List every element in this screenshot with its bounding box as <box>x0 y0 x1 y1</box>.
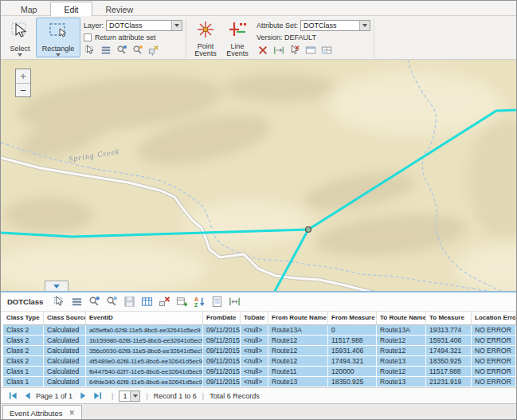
pan-to-selection-icon[interactable] <box>131 44 144 57</box>
pager-separator: | <box>146 392 147 400</box>
table-cell: Route13A <box>377 325 426 335</box>
event-attributes-panel: DOTClass AZ Class TypeClass SourceEventI… <box>1 292 517 420</box>
chevron-down-icon[interactable] <box>359 21 370 30</box>
table-row[interactable]: Class 2Calculated1b159980-62f8-11e5-8bc6… <box>3 336 517 346</box>
delete-event-icon[interactable] <box>257 44 269 57</box>
attribute-window-icon[interactable] <box>304 44 317 57</box>
return-attribute-set-checkbox[interactable] <box>84 33 92 41</box>
table-cell: Route13 <box>377 377 426 387</box>
table-cell: Calculated <box>44 356 86 366</box>
point-events-button[interactable]: Point Events <box>190 18 221 58</box>
append-record-icon[interactable] <box>174 294 190 310</box>
previous-page-button[interactable] <box>22 391 33 401</box>
close-icon[interactable]: ✕ <box>69 410 76 417</box>
table-title: DOTClass <box>7 297 43 306</box>
select-event-icon[interactable] <box>288 44 301 57</box>
table-cell: <null> <box>241 367 268 376</box>
zoom-to-selection-icon[interactable] <box>116 44 128 57</box>
table-cell: 0 <box>328 325 377 335</box>
rectangle-button[interactable]: Rectangle <box>36 18 80 57</box>
table-row[interactable]: Class 1Calculated64fde340-62f8-11e5-8bc6… <box>3 377 517 387</box>
column-header[interactable]: Class Type <box>3 312 44 324</box>
ribbon: MapEditReview Select Rectangle <box>1 1 516 60</box>
table-cell: 19313.774 <box>426 325 472 335</box>
zoom-out-button[interactable]: − <box>16 83 30 96</box>
table-cell: <null> <box>241 377 268 387</box>
record-measures-icon[interactable] <box>226 294 242 310</box>
column-header[interactable]: To Route Name <box>377 312 426 324</box>
tab-event-attributes[interactable]: Event Attributes ✕ <box>2 405 82 420</box>
form-view-icon[interactable] <box>209 294 225 310</box>
table-cell: 17494.321 <box>426 346 472 355</box>
table-cell: Class 2 <box>3 336 44 345</box>
switch-table-icon[interactable] <box>139 294 155 310</box>
table-cell: Route12 <box>268 336 328 345</box>
table-cell: 15931.406 <box>426 336 472 345</box>
page-number-dropdown[interactable]: 1 <box>119 391 140 402</box>
zoom-to-selected-icon[interactable] <box>86 294 102 310</box>
select-tool-icon[interactable] <box>51 294 67 310</box>
map-canvas[interactable]: Spring Creek + − <box>1 60 517 291</box>
column-header[interactable]: EventID <box>86 312 203 324</box>
table-row[interactable]: Class 2Calculated356c0030-62f8-11e5-8bc6… <box>3 346 517 356</box>
pan-to-selected-icon[interactable] <box>104 294 119 310</box>
menu-icon[interactable] <box>69 294 84 310</box>
clear-table-selection-icon[interactable] <box>156 294 172 310</box>
tab-event-attributes-label: Event Attributes <box>10 409 63 418</box>
line-events-button[interactable]: Line Events <box>221 18 253 58</box>
table-cell: NO ERROR <box>472 367 516 376</box>
attribute-set-combobox[interactable]: DOTClass <box>300 20 370 31</box>
zoom-in-button[interactable]: + <box>16 69 30 83</box>
layer-label: Layer: <box>84 22 104 29</box>
column-header[interactable]: From Measure <box>328 312 377 324</box>
layer-combobox[interactable]: DOTClass <box>106 20 182 31</box>
table-cell: 15931.406 <box>328 346 377 355</box>
sort-icon[interactable]: AZ <box>191 294 207 310</box>
table-cell: 09/11/2015 <box>203 377 241 387</box>
panel-collapse-button[interactable] <box>45 281 69 291</box>
table-cell: Route13 <box>268 377 328 387</box>
table-cell: NO ERROR <box>472 325 516 335</box>
table-cell: 11517.988 <box>426 367 472 376</box>
column-header[interactable]: To Measure <box>426 312 472 324</box>
column-header[interactable]: Location Error <box>472 312 516 324</box>
attribute-set-value: DOTClass <box>301 22 359 29</box>
select-features-icon[interactable] <box>84 44 96 57</box>
ribbon-tab-review[interactable]: Review <box>92 2 147 16</box>
ribbon-tab-edit[interactable]: Edit <box>50 2 92 16</box>
table-row[interactable]: Class 2Calculated4f5489e0-62f8-11e5-8bc6… <box>3 356 517 367</box>
table-cell: <null> <box>241 356 268 366</box>
ribbon-tab-map[interactable]: Map <box>7 2 50 16</box>
table-pager: Page 1 of 1 | 1 | Record 1 to 6 | Total … <box>1 387 517 403</box>
last-page-button[interactable] <box>92 391 103 401</box>
selection-list-icon[interactable] <box>100 44 112 57</box>
version-label: Version: DEFAULT <box>257 32 370 43</box>
table-row[interactable]: Class 1Calculatedfb447540-62f7-11e5-8bc6… <box>3 367 517 377</box>
table-header-row: Class TypeClass SourceEventIDFromDateToD… <box>3 312 517 325</box>
event-grid-icon[interactable] <box>320 44 333 57</box>
save-icon[interactable] <box>121 294 137 310</box>
bottom-tab-bar: Event Attributes ✕ <box>1 403 517 420</box>
next-page-button[interactable] <box>77 391 88 401</box>
table-row[interactable]: Class 2Calculateda05effa0-62f8-11e5-8bc6… <box>3 325 517 336</box>
column-header[interactable]: From Route Name <box>268 312 328 324</box>
table-cell: 18350.925 <box>426 356 472 366</box>
line-events-label: Line Events <box>222 43 253 57</box>
record-range-label: Record 1 to 6 <box>154 392 197 400</box>
select-button[interactable]: Select <box>4 18 36 57</box>
column-header[interactable]: Class Source <box>44 312 86 324</box>
clear-selection-icon[interactable] <box>147 44 160 57</box>
chevron-down-icon <box>56 53 61 57</box>
column-header[interactable]: ToDate <box>241 312 268 324</box>
column-header[interactable]: FromDate <box>203 312 241 324</box>
table-cell: 64fde340-62f8-11e5-8bc6-ee32641d5ec9 <box>86 377 203 387</box>
group-divider <box>374 19 374 58</box>
event-measures-icon[interactable] <box>272 44 285 57</box>
table-cell: 120000 <box>328 367 377 376</box>
table-cell: 356c0030-62f8-11e5-8bc6-ee32641d5ec9 <box>86 346 203 355</box>
table-cell: Calculated <box>44 336 86 345</box>
svg-text:A: A <box>194 296 198 302</box>
first-page-button[interactable] <box>7 391 18 401</box>
table-cell: NO ERROR <box>472 346 516 355</box>
chevron-down-icon[interactable] <box>171 21 182 30</box>
